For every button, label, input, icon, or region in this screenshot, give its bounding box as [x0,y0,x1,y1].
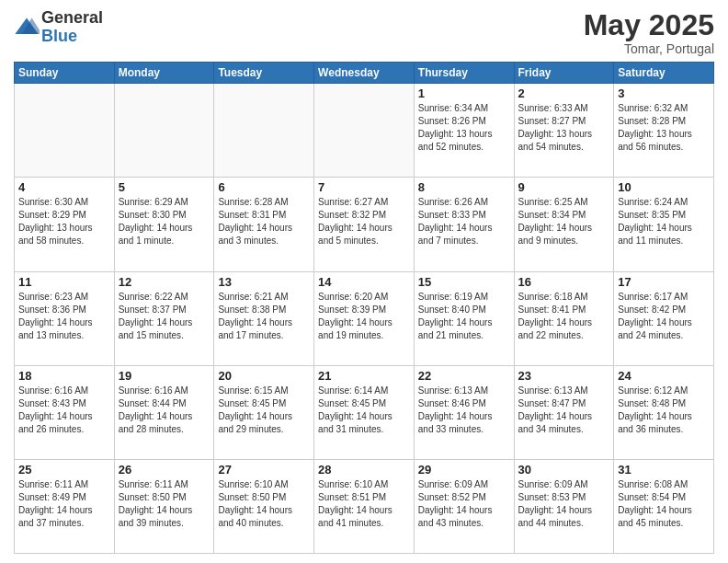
calendar-cell: 29Sunrise: 6:09 AMSunset: 8:52 PMDayligh… [414,459,514,553]
col-wednesday: Wednesday [314,63,415,84]
day-number: 23 [518,369,610,383]
day-number: 16 [518,275,610,289]
day-number: 13 [218,275,310,289]
day-number: 5 [119,180,210,194]
page: General Blue May 2025 Tomar, Portugal Su… [0,0,728,563]
day-info: Sunrise: 6:11 AMSunset: 8:50 PMDaylight:… [119,478,210,530]
day-info: Sunrise: 6:15 AMSunset: 8:45 PMDaylight:… [218,385,310,436]
day-info: Sunrise: 6:26 AMSunset: 8:33 PMDaylight:… [418,196,510,247]
day-info: Sunrise: 6:21 AMSunset: 8:38 PMDaylight:… [218,291,310,342]
day-number: 25 [18,463,110,477]
calendar-cell: 27Sunrise: 6:10 AMSunset: 8:50 PMDayligh… [214,459,314,553]
calendar-cell: 5Sunrise: 6:29 AMSunset: 8:30 PMDaylight… [114,178,214,271]
calendar-week-0: 1Sunrise: 6:34 AMSunset: 8:26 PMDaylight… [15,84,714,178]
calendar-cell: 11Sunrise: 6:23 AMSunset: 8:36 PMDayligh… [15,271,115,365]
day-number: 6 [218,180,310,194]
day-info: Sunrise: 6:24 AMSunset: 8:35 PMDaylight:… [618,196,710,247]
calendar-cell: 15Sunrise: 6:19 AMSunset: 8:40 PMDayligh… [414,271,514,365]
col-tuesday: Tuesday [214,63,314,84]
day-number: 24 [618,369,710,383]
day-number: 3 [618,86,710,100]
day-number: 11 [18,275,110,289]
calendar-cell: 19Sunrise: 6:16 AMSunset: 8:44 PMDayligh… [114,365,214,459]
logo-blue-text: Blue [41,28,103,46]
calendar-cell: 2Sunrise: 6:33 AMSunset: 8:27 PMDaylight… [514,84,614,178]
day-number: 28 [318,463,410,477]
calendar-cell: 13Sunrise: 6:21 AMSunset: 8:38 PMDayligh… [214,271,314,365]
calendar-cell: 30Sunrise: 6:09 AMSunset: 8:53 PMDayligh… [514,459,614,553]
day-number: 27 [218,463,310,477]
day-number: 1 [418,86,510,100]
day-info: Sunrise: 6:22 AMSunset: 8:37 PMDaylight:… [119,291,210,342]
day-info: Sunrise: 6:11 AMSunset: 8:49 PMDaylight:… [18,478,110,530]
calendar-cell [114,84,214,178]
day-info: Sunrise: 6:29 AMSunset: 8:30 PMDaylight:… [119,196,210,247]
day-number: 20 [218,369,310,383]
calendar-cell: 25Sunrise: 6:11 AMSunset: 8:49 PMDayligh… [15,459,115,553]
day-info: Sunrise: 6:16 AMSunset: 8:44 PMDaylight:… [119,385,210,436]
calendar-cell [314,84,415,178]
col-sunday: Sunday [15,63,115,84]
calendar-cell [214,84,314,178]
day-number: 12 [119,275,210,289]
day-number: 8 [418,180,510,194]
day-info: Sunrise: 6:10 AMSunset: 8:51 PMDaylight:… [318,478,410,530]
calendar-header-row: Sunday Monday Tuesday Wednesday Thursday… [15,63,714,84]
calendar-table: Sunday Monday Tuesday Wednesday Thursday… [14,62,714,554]
calendar-cell: 28Sunrise: 6:10 AMSunset: 8:51 PMDayligh… [314,459,415,553]
day-info: Sunrise: 6:30 AMSunset: 8:29 PMDaylight:… [18,196,110,247]
calendar-cell: 23Sunrise: 6:13 AMSunset: 8:47 PMDayligh… [514,365,614,459]
calendar-cell: 12Sunrise: 6:22 AMSunset: 8:37 PMDayligh… [114,271,214,365]
calendar-cell: 16Sunrise: 6:18 AMSunset: 8:41 PMDayligh… [514,271,614,365]
calendar-cell [15,84,115,178]
day-number: 9 [518,180,610,194]
title-month: May 2025 [584,9,714,41]
day-info: Sunrise: 6:18 AMSunset: 8:41 PMDaylight:… [518,291,610,342]
day-info: Sunrise: 6:17 AMSunset: 8:42 PMDaylight:… [618,291,710,342]
day-info: Sunrise: 6:25 AMSunset: 8:34 PMDaylight:… [518,196,610,247]
calendar-cell: 6Sunrise: 6:28 AMSunset: 8:31 PMDaylight… [214,178,314,271]
logo-icon [14,15,40,40]
day-info: Sunrise: 6:19 AMSunset: 8:40 PMDaylight:… [418,291,510,342]
logo-text: General Blue [41,9,103,46]
calendar-cell: 26Sunrise: 6:11 AMSunset: 8:50 PMDayligh… [114,459,214,553]
col-saturday: Saturday [614,63,714,84]
day-info: Sunrise: 6:16 AMSunset: 8:43 PMDaylight:… [18,385,110,436]
day-number: 4 [18,180,110,194]
col-friday: Friday [514,63,614,84]
day-number: 31 [618,463,710,477]
day-info: Sunrise: 6:09 AMSunset: 8:53 PMDaylight:… [518,478,610,530]
calendar-cell: 22Sunrise: 6:13 AMSunset: 8:46 PMDayligh… [414,365,514,459]
day-number: 17 [618,275,710,289]
day-info: Sunrise: 6:23 AMSunset: 8:36 PMDaylight:… [18,291,110,342]
day-number: 18 [18,369,110,383]
calendar-cell: 4Sunrise: 6:30 AMSunset: 8:29 PMDaylight… [15,178,115,271]
day-number: 21 [318,369,410,383]
day-info: Sunrise: 6:08 AMSunset: 8:54 PMDaylight:… [618,478,710,530]
day-number: 14 [318,275,410,289]
day-info: Sunrise: 6:10 AMSunset: 8:50 PMDaylight:… [218,478,310,530]
calendar-cell: 7Sunrise: 6:27 AMSunset: 8:32 PMDaylight… [314,178,415,271]
day-number: 26 [119,463,210,477]
day-info: Sunrise: 6:14 AMSunset: 8:45 PMDaylight:… [318,385,410,436]
calendar-week-4: 25Sunrise: 6:11 AMSunset: 8:49 PMDayligh… [15,459,714,553]
calendar-cell: 18Sunrise: 6:16 AMSunset: 8:43 PMDayligh… [15,365,115,459]
calendar-cell: 9Sunrise: 6:25 AMSunset: 8:34 PMDaylight… [514,178,614,271]
day-info: Sunrise: 6:28 AMSunset: 8:31 PMDaylight:… [218,196,310,247]
calendar-cell: 20Sunrise: 6:15 AMSunset: 8:45 PMDayligh… [214,365,314,459]
calendar-cell: 8Sunrise: 6:26 AMSunset: 8:33 PMDaylight… [414,178,514,271]
day-number: 29 [418,463,510,477]
calendar-week-3: 18Sunrise: 6:16 AMSunset: 8:43 PMDayligh… [15,365,714,459]
day-number: 22 [418,369,510,383]
logo: General Blue [14,9,103,46]
calendar-cell: 10Sunrise: 6:24 AMSunset: 8:35 PMDayligh… [614,178,714,271]
header: General Blue May 2025 Tomar, Portugal [14,9,714,56]
day-info: Sunrise: 6:09 AMSunset: 8:52 PMDaylight:… [418,478,510,530]
calendar-cell: 14Sunrise: 6:20 AMSunset: 8:39 PMDayligh… [314,271,415,365]
day-info: Sunrise: 6:20 AMSunset: 8:39 PMDaylight:… [318,291,410,342]
calendar-week-2: 11Sunrise: 6:23 AMSunset: 8:36 PMDayligh… [15,271,714,365]
day-info: Sunrise: 6:33 AMSunset: 8:27 PMDaylight:… [518,102,610,154]
col-monday: Monday [114,63,214,84]
title-location: Tomar, Portugal [584,41,714,56]
calendar-cell: 17Sunrise: 6:17 AMSunset: 8:42 PMDayligh… [614,271,714,365]
